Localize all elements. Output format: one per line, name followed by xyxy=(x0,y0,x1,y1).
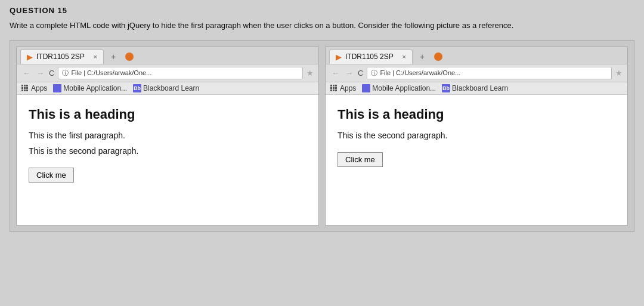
bb-label-right: Blackboard Learn xyxy=(452,84,508,92)
tab-icon-right: ▶ xyxy=(336,52,342,61)
mobile-label-left: Mobile Application... xyxy=(63,84,127,92)
tab-close-right[interactable]: × xyxy=(402,53,406,60)
address-bar-right: ← → C ⓘ File | C:/Users/arwak/One... ★ xyxy=(326,64,627,82)
tab-left[interactable]: ▶ ITDR1105 2SP × xyxy=(20,50,104,64)
click-btn-left[interactable]: Click me xyxy=(29,168,74,183)
para2-right: This is the second paragraph. xyxy=(338,131,615,140)
tab-right[interactable]: ▶ ITDR1105 2SP × xyxy=(329,50,413,64)
address-lock-left: ⓘ xyxy=(62,69,69,78)
mobile-label-right: Mobile Application... xyxy=(372,84,436,92)
reload-btn-left[interactable]: C xyxy=(49,69,54,78)
bb-label-left: Blackboard Learn xyxy=(143,84,199,92)
bb-icon-right: Bb xyxy=(442,84,450,92)
apps-label-right: Apps xyxy=(340,84,356,92)
browser-left: ▶ ITDR1105 2SP × + ← → C ⓘ File | C:/Use… xyxy=(16,47,319,225)
page-content-right: This is a heading This is the second par… xyxy=(326,95,627,225)
star-btn-left[interactable]: ★ xyxy=(306,69,314,78)
back-btn-right[interactable]: ← xyxy=(330,69,340,78)
tab-circle-left xyxy=(125,52,134,61)
bookmark-apps-right[interactable]: Apps xyxy=(330,84,356,92)
apps-label-left: Apps xyxy=(31,84,47,92)
tab-title-right: ITDR1105 2SP xyxy=(345,52,394,61)
address-lock-right: ⓘ xyxy=(371,69,377,78)
reload-btn-right[interactable]: C xyxy=(358,69,363,78)
heading-right: This is a heading xyxy=(338,107,615,122)
browsers-container: ▶ ITDR1105 2SP × + ← → C ⓘ File | C:/Use… xyxy=(10,40,634,232)
bookmark-bb-right[interactable]: Bb Blackboard Learn xyxy=(442,84,508,92)
tab-title-left: ITDR1105 2SP xyxy=(36,52,85,61)
tab-bar-right: ▶ ITDR1105 2SP × + xyxy=(326,47,627,64)
mobile-icon-right xyxy=(362,84,370,92)
address-text-right: File | C:/Users/arwak/One... xyxy=(380,69,460,76)
address-bar-left: ← → C ⓘ File | C:/Users/arwak/One... ★ xyxy=(17,64,318,82)
bookmark-apps-left[interactable]: Apps xyxy=(21,84,47,92)
back-btn-left[interactable]: ← xyxy=(21,69,32,78)
bookmark-mobile-right[interactable]: Mobile Application... xyxy=(362,84,436,92)
tab-circle-right xyxy=(434,52,442,61)
para2-left: This is the second paragraph. xyxy=(29,146,306,156)
heading-left: This is a heading xyxy=(29,107,306,122)
address-text-left: File | C:/Users/arwak/One... xyxy=(71,69,151,76)
tab-bar-left: ▶ ITDR1105 2SP × + xyxy=(17,47,318,64)
forward-btn-right[interactable]: → xyxy=(344,69,354,78)
star-btn-right[interactable]: ★ xyxy=(615,69,623,78)
address-input-left[interactable]: ⓘ File | C:/Users/arwak/One... xyxy=(58,67,303,79)
tab-icon-left: ▶ xyxy=(27,52,33,61)
para1-left: This is the first paragraph. xyxy=(29,131,306,140)
question-label: QUESTION 15 xyxy=(10,6,634,15)
new-tab-right[interactable]: + xyxy=(415,50,429,64)
address-input-right[interactable]: ⓘ File | C:/Users/arwak/One... xyxy=(367,67,612,79)
click-btn-right[interactable]: Click me xyxy=(338,152,383,167)
apps-grid-left xyxy=(21,85,28,91)
page-content-left: This is a heading This is the first para… xyxy=(17,95,318,225)
bookmarks-bar-right: Apps Mobile Application... Bb Blackboard… xyxy=(326,82,627,95)
bb-icon-left: Bb xyxy=(133,84,141,92)
bookmark-bb-left[interactable]: Bb Blackboard Learn xyxy=(133,84,199,92)
forward-btn-left[interactable]: → xyxy=(35,69,45,78)
apps-grid-right xyxy=(330,85,337,91)
new-tab-left[interactable]: + xyxy=(106,50,120,64)
question-text: Write a complete HTML code with jQuery t… xyxy=(10,20,594,32)
tab-close-left[interactable]: × xyxy=(94,53,97,60)
browser-right: ▶ ITDR1105 2SP × + ← → C ⓘ File | C:/Use… xyxy=(325,47,628,225)
bookmark-mobile-left[interactable]: Mobile Application... xyxy=(53,84,127,92)
bookmarks-bar-left: Apps Mobile Application... Bb Blackboard… xyxy=(17,82,318,95)
mobile-icon-left xyxy=(53,84,61,92)
